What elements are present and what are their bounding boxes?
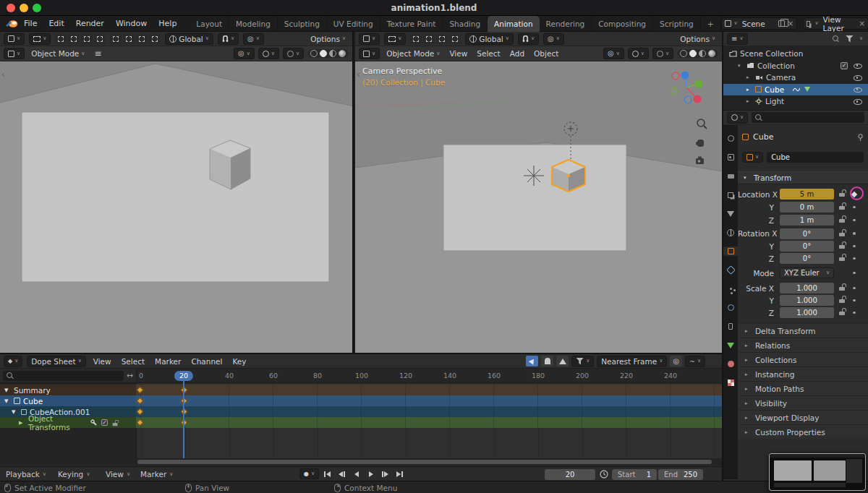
gizmos-dropdown[interactable]: ∨: [628, 48, 649, 59]
object-id-dropdown[interactable]: ∨: [742, 152, 763, 163]
pivot-point-dropdown[interactable]: ◎∨: [234, 48, 255, 59]
playhead-line[interactable]: [183, 380, 184, 460]
properties-tab-constraints[interactable]: [723, 322, 738, 331]
current-frame-field[interactable]: 20: [545, 469, 595, 480]
panel-viewport-display[interactable]: ▸Viewport Display: [738, 410, 868, 424]
overlays-dropdown[interactable]: ∨: [652, 48, 673, 59]
animate-decorator-icon[interactable]: [853, 299, 856, 302]
scale-y-field[interactable]: 1.000: [780, 295, 834, 306]
add-workspace-button[interactable]: +: [701, 16, 721, 32]
rotation-mode-dropdown[interactable]: XYZ Euler∨: [780, 267, 834, 278]
properties-tab-output[interactable]: [723, 171, 738, 181]
properties-tab-object-data[interactable]: [723, 340, 738, 350]
search-icon[interactable]: [833, 35, 840, 43]
frame-end-field[interactable]: End250: [658, 469, 703, 480]
channel-expand-icon[interactable]: ▼: [4, 387, 11, 393]
editor-type-dropdown[interactable]: ∨: [4, 33, 25, 45]
menu-add[interactable]: Add: [507, 49, 527, 58]
mode-dropdown[interactable]: Object Mode∨: [383, 49, 443, 58]
gizmos-dropdown[interactable]: ∨: [258, 48, 279, 59]
toolbar-expand-arrow[interactable]: ‹: [1, 70, 5, 79]
animate-decorator-icon[interactable]: [853, 232, 856, 235]
view-layer-selector[interactable]: ∨ View Layer ×: [803, 17, 868, 30]
animate-decorator-icon[interactable]: [853, 245, 856, 248]
overlays-dropdown[interactable]: ∨: [283, 48, 304, 59]
menu-select[interactable]: Select: [119, 357, 148, 366]
panel-collections[interactable]: ▸Collections: [738, 352, 868, 366]
transform-orientation-dropdown[interactable]: Global∨: [165, 33, 213, 45]
close-window-button[interactable]: [7, 4, 15, 12]
menu-file[interactable]: File: [18, 16, 43, 32]
snapping-dropdown[interactable]: ∨: [218, 33, 239, 45]
animate-decorator-icon[interactable]: [853, 312, 856, 314]
hide-eye-icon[interactable]: [854, 98, 862, 106]
gizmo-z-axis[interactable]: [681, 72, 689, 80]
properties-tab-texture[interactable]: [723, 378, 738, 387]
animate-decorator-icon[interactable]: [853, 206, 856, 209]
transform-panel-header[interactable]: ▾ Transform: [738, 171, 868, 184]
lock-icon[interactable]: [839, 308, 846, 315]
mode-icon-dropdown[interactable]: ∨: [359, 48, 380, 59]
menu-object[interactable]: Object: [531, 49, 561, 58]
channel-search-input[interactable]: [3, 371, 124, 381]
properties-tab-material[interactable]: [723, 359, 738, 369]
proportional-editing-dropdown[interactable]: ◎∨: [243, 33, 264, 45]
properties-tab-particles[interactable]: [723, 284, 738, 293]
editor-type-dropdown[interactable]: ≡∨: [727, 33, 748, 45]
gizmo-x-neg-axis[interactable]: [672, 72, 679, 80]
viewport-options-dropdown[interactable]: Options∨: [677, 35, 718, 43]
select-intersect-icon[interactable]: [449, 33, 461, 44]
workspace-tab-compositing[interactable]: Compositing: [592, 16, 653, 32]
dope-sheet-channel-area[interactable]: ▼Summary ▼Cube ▼CubeAction.001 ▶ Object …: [0, 383, 722, 460]
viewport-left-canvas[interactable]: ‹: [0, 61, 352, 353]
channel-row-summary[interactable]: ▼Summary: [0, 385, 722, 395]
rendered-shading-icon[interactable]: [708, 50, 715, 57]
menu-help[interactable]: Help: [153, 16, 182, 32]
channel-row-cube[interactable]: ▼Cube: [0, 395, 722, 406]
pin-id-icon[interactable]: [857, 134, 864, 141]
lock-icon[interactable]: [839, 296, 846, 303]
outliner-row-light[interactable]: ▸ Light: [723, 95, 868, 108]
previous-keyframe-button[interactable]: [336, 469, 348, 479]
properties-tab-tool[interactable]: [723, 134, 738, 143]
new-scene-icon[interactable]: [778, 20, 785, 27]
outliner-row-collection[interactable]: ▾ Collection ✓: [723, 60, 868, 72]
rotation-x-field[interactable]: 0°: [780, 228, 834, 239]
workspace-tab-uv-editing[interactable]: UV Editing: [327, 16, 380, 32]
proportional-editing-dropdown[interactable]: ◎∨: [543, 33, 564, 45]
minimize-window-button[interactable]: [20, 4, 28, 12]
jump-to-start-button[interactable]: [321, 469, 333, 479]
lock-icon[interactable]: [839, 254, 846, 261]
scale-x-field[interactable]: 1.000: [780, 283, 834, 293]
proportional-edit-toggle[interactable]: ◎: [670, 356, 682, 366]
editor-type-dropdown[interactable]: ∨: [727, 112, 748, 124]
menu-view[interactable]: View: [90, 357, 114, 366]
wireframe-shading-icon[interactable]: [680, 50, 687, 57]
cube-object-selected[interactable]: [552, 160, 585, 192]
channel-expand-icon[interactable]: ▶: [19, 420, 25, 426]
fullscreen-window-button[interactable]: [33, 4, 41, 12]
keying-menu[interactable]: Keying∨: [54, 467, 94, 481]
pip-overlay[interactable]: [769, 453, 866, 491]
transform-option-icon[interactable]: [123, 33, 135, 44]
select-extend-icon[interactable]: [423, 33, 435, 44]
use-preview-range-clock-icon[interactable]: [600, 470, 608, 481]
expand-icon[interactable]: ▸: [746, 74, 752, 80]
channel-expand-icon[interactable]: ▼: [12, 409, 18, 415]
panel-relations[interactable]: ▸Relations: [738, 338, 868, 352]
select-extend-icon[interactable]: [68, 33, 80, 44]
collection-checkbox[interactable]: ✓: [841, 62, 848, 69]
hide-eye-icon[interactable]: [854, 74, 862, 82]
collapsed-menus-button[interactable]: ≡: [91, 48, 104, 59]
editor-type-dropdown[interactable]: ◆∨: [4, 356, 22, 367]
animate-decorator-icon[interactable]: [853, 219, 856, 222]
expand-channels-icon[interactable]: ↔: [127, 371, 133, 380]
workspace-tab-texture-paint[interactable]: Texture Paint: [380, 16, 443, 32]
material-preview-icon[interactable]: [329, 50, 336, 57]
mode-icon-dropdown[interactable]: ∨: [4, 48, 25, 59]
play-button[interactable]: [365, 469, 377, 479]
marker-menu[interactable]: Marker∨: [136, 467, 177, 481]
filters-dropdown[interactable]: ∨: [571, 356, 594, 367]
next-keyframe-button[interactable]: [379, 469, 391, 479]
scrollbar-thumb[interactable]: [137, 460, 712, 464]
